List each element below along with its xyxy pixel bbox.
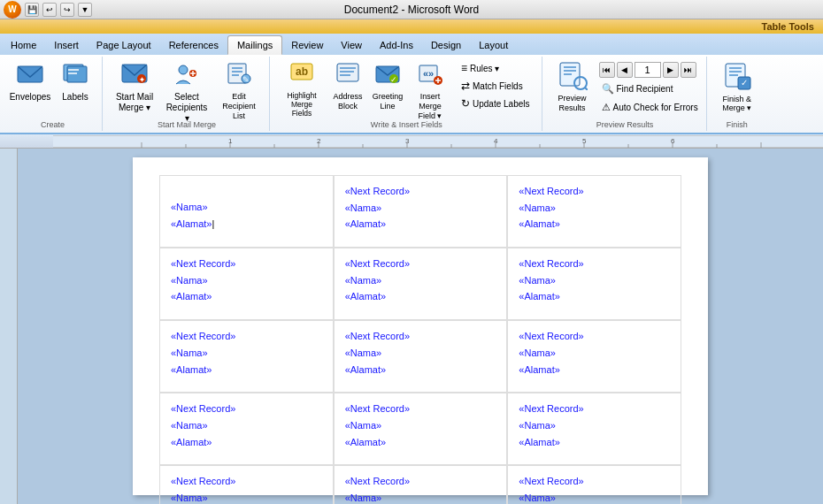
merge-field-nama: «Nama» <box>171 417 322 434</box>
edit-recipient-list-button[interactable]: ✎ Edit Recipient List <box>214 58 264 123</box>
merge-field-alamat: «Alamat» <box>345 434 496 451</box>
finish-merge-label: Finish & Merge ▾ <box>719 95 755 112</box>
tab-view[interactable]: View <box>332 35 371 55</box>
merge-cell-0-2: «Next Record» «Nama» «Alamat» <box>507 175 681 248</box>
tab-layout[interactable]: Layout <box>470 35 517 55</box>
svg-text:«»: «» <box>423 68 434 79</box>
find-recipient-button[interactable]: 🔍 Find Recipient <box>599 80 701 96</box>
tab-review[interactable]: Review <box>282 35 332 55</box>
preview-results-button[interactable]: Preview Results <box>550 58 596 115</box>
svg-line-37 <box>585 88 588 90</box>
office-orb[interactable]: W <box>4 1 21 19</box>
merge-cell-0-1: «Next Record» «Nama» «Alamat» <box>334 175 508 248</box>
start-mail-merge-icon: ✦ <box>120 61 149 90</box>
last-record-button[interactable]: ⏭ <box>681 62 696 78</box>
labels-button[interactable]: Labels <box>54 58 96 111</box>
match-fields-button[interactable]: ⇄ Match Fields <box>458 78 533 94</box>
next-record-button[interactable]: ▶ <box>663 62 679 78</box>
merge-field <box>171 183 322 199</box>
tab-insert[interactable]: Insert <box>45 35 88 55</box>
first-record-button[interactable]: ⏮ <box>599 62 615 78</box>
merge-cell-1-0: «Next Record» «Nama» «Alamat» <box>159 248 334 320</box>
ribbon-group-create: Envelopes Labels Create <box>4 57 103 131</box>
envelopes-label: Envelopes <box>10 92 51 103</box>
svg-text:ab: ab <box>296 65 308 78</box>
auto-check-errors-label: Auto Check for Errors <box>613 103 698 112</box>
highlight-merge-fields-button[interactable]: ab Highlight Merge Fields <box>277 58 327 123</box>
address-block-icon <box>335 61 361 90</box>
greeting-line-button[interactable]: ✓ Greeting Line <box>369 58 406 123</box>
address-block-button[interactable]: Address Block <box>329 58 366 123</box>
merge-field-nama: «Nama» <box>519 200 670 217</box>
finish-merge-button[interactable]: ✓ Finish & Merge ▾ <box>714 58 760 115</box>
svg-text:✎: ✎ <box>242 75 250 84</box>
ribbon-tab-bar: Home Insert Page Layout References Maili… <box>0 34 823 55</box>
tab-references[interactable]: References <box>160 35 227 55</box>
record-number-input[interactable] <box>635 62 661 78</box>
labels-label: Labels <box>62 92 88 103</box>
insert-merge-field-button[interactable]: «» Insert Merge Field ▾ <box>409 58 451 123</box>
auto-check-errors-button[interactable]: ⚠ Auto Check for Errors <box>599 99 701 115</box>
tab-mailings[interactable]: Mailings <box>227 35 282 55</box>
tab-add-ins[interactable]: Add-Ins <box>371 35 422 55</box>
merge-cell-2-2: «Next Record» «Nama» «Alamat» <box>507 320 681 393</box>
contextual-tab-label: Table Tools <box>762 21 815 32</box>
merge-field-nama: «Nama» <box>171 490 322 504</box>
greeting-line-label: Greeting Line <box>373 92 404 111</box>
svg-rect-20 <box>337 64 358 81</box>
merge-cell-0-0: «Nama» «Alamat» <box>159 175 334 248</box>
merge-field-alamat: «Alamat» <box>519 434 670 451</box>
start-mail-merge-group-label: Start Mail Merge <box>104 120 269 129</box>
write-insert-group-label: Write & Insert Fields <box>272 120 542 129</box>
ribbon-group-start-mail-merge: ✦ Start Mail Merge ▾ Select Recipients ▾ <box>104 57 270 131</box>
tab-design[interactable]: Design <box>422 35 470 55</box>
rules-button[interactable]: ≡ Rules ▾ <box>458 60 533 76</box>
update-labels-label: Update Labels <box>473 99 530 109</box>
labels-icon <box>61 61 89 90</box>
merge-field-alamat: «Alamat» <box>171 216 322 233</box>
merge-field-nama: «Nama» <box>345 417 496 434</box>
merge-field-alamat: «Alamat» <box>519 362 670 378</box>
update-labels-icon: ↻ <box>461 97 470 110</box>
match-fields-icon: ⇄ <box>461 80 470 92</box>
merge-field-nama: «Nama» <box>345 490 496 504</box>
insert-merge-field-label: Insert Merge Field ▾ <box>412 92 448 120</box>
tab-home[interactable]: Home <box>2 35 45 55</box>
edit-recipient-list-icon: ✎ <box>225 61 253 90</box>
qat-dropdown[interactable]: ▼ <box>78 3 92 17</box>
save-qat-button[interactable]: 💾 <box>25 3 39 17</box>
select-recipients-button[interactable]: Select Recipients ▾ <box>162 58 212 126</box>
merge-field-alamat: «Alamat» <box>171 362 322 378</box>
merge-field-nama: «Nama» <box>171 199 322 216</box>
highlight-merge-fields-label: Highlight Merge Fields <box>282 91 321 118</box>
finish-group-label: Finish <box>709 120 765 129</box>
svg-text:✓: ✓ <box>741 78 748 88</box>
title-bar: W 💾 ↩ ↪ ▼ Document2 - Microsoft Word <box>0 0 823 19</box>
merge-field-next: «Next Record» <box>345 473 496 490</box>
select-recipients-label: Select Recipients ▾ <box>165 92 208 124</box>
preview-results-label: Preview Results <box>555 94 590 113</box>
document-page[interactable]: «Nama» «Alamat» «Next Record» «Nama» «Al… <box>133 157 708 495</box>
redo-qat-button[interactable]: ↪ <box>60 3 74 17</box>
svg-rect-44 <box>53 135 823 148</box>
merge-field-next: «Next Record» <box>519 183 670 200</box>
edit-recipient-list-label: Edit Recipient List <box>218 92 260 120</box>
find-recipient-icon: 🔍 <box>602 83 614 95</box>
document-page-container: «Nama» «Alamat» «Next Record» «Nama» «Al… <box>18 149 823 504</box>
merge-field-next: «Next Record» <box>171 256 322 272</box>
merge-field-alamat: «Alamat» <box>345 362 496 378</box>
tab-page-layout[interactable]: Page Layout <box>88 35 160 55</box>
merge-cell-4-0: «Next Record» «Nama» «Alamat» <box>159 465 334 504</box>
start-mail-merge-button[interactable]: ✦ Start Mail Merge ▾ <box>110 58 159 116</box>
envelopes-button[interactable]: Envelopes <box>9 58 51 111</box>
merge-cell-4-1: «Next Record» «Nama» «Alamat» <box>334 465 508 504</box>
svg-text:✦: ✦ <box>139 76 145 84</box>
rules-icon: ≡ <box>461 62 467 74</box>
undo-qat-button[interactable]: ↩ <box>42 3 57 17</box>
prev-record-button[interactable]: ◀ <box>617 62 633 78</box>
record-nav: ⏮ ◀ ▶ ⏭ <box>599 62 701 78</box>
update-labels-button[interactable]: ↻ Update Labels <box>458 95 533 111</box>
preview-results-group-label: Preview Results <box>544 120 706 129</box>
merge-cell-2-1: «Next Record» «Nama» «Alamat» <box>334 320 508 393</box>
merge-field-alamat: «Alamat» <box>519 216 670 233</box>
